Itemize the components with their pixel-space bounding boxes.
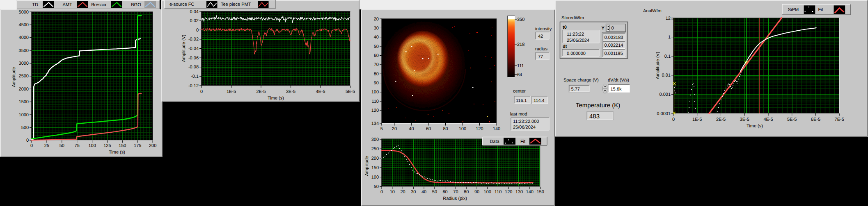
svg-text:77: 77 [538,54,543,59]
svg-text:Amplitude (V): Amplitude (V) [655,52,660,79]
svg-text:2500: 2500 [19,74,29,79]
svg-text:134: 134 [371,121,379,126]
svg-text:30: 30 [374,26,379,31]
svg-text:0: 0 [200,89,203,94]
svg-text:0: 0 [380,190,383,195]
svg-text:Space charge (V): Space charge (V) [563,78,599,83]
svg-text:Amplitude: Amplitude [11,67,16,87]
svg-text:3E-5: 3E-5 [286,89,295,94]
svg-text:0.0001: 0.0001 [657,111,671,116]
svg-text:BGO: BGO [131,2,141,7]
svg-text:100: 100 [484,190,491,195]
svg-text:250: 250 [371,147,379,152]
svg-text:0.02: 0.02 [190,18,199,23]
svg-text:-0.06: -0.06 [188,56,199,61]
svg-text:90: 90 [474,190,479,195]
svg-text:2000: 2000 [19,87,29,92]
svg-text:Data: Data [490,139,499,144]
svg-text:25/06/2024: 25/06/2024 [567,38,589,43]
svg-text:5E-5: 5E-5 [787,117,797,122]
svg-text:300: 300 [371,137,379,142]
svg-text:50: 50 [60,143,64,148]
svg-text:125: 125 [103,143,111,148]
svg-text:5.77: 5.77 [571,87,580,92]
svg-text:60: 60 [442,190,447,195]
svg-text:3E-5: 3E-5 [740,117,749,122]
svg-text:4500: 4500 [19,23,29,27]
svg-text:150: 150 [536,190,544,195]
svg-text:SiPM: SiPM [788,7,799,12]
svg-text:Y: Y [602,26,605,31]
svg-text:5: 5 [380,127,383,131]
svg-text:100: 100 [88,143,96,148]
svg-text:Time (s): Time (s) [109,150,125,155]
svg-text:5E-5: 5E-5 [346,89,355,94]
svg-text:111: 111 [517,63,524,68]
svg-text:20: 20 [400,190,405,195]
svg-text:TD: TD [32,2,38,7]
svg-text:Radius (pix): Radius (pix) [443,196,467,201]
svg-text:64: 64 [517,72,522,77]
svg-text:2E-5: 2E-5 [716,117,726,122]
svg-text:0.000000: 0.000000 [567,51,586,56]
svg-text:110: 110 [495,190,502,195]
svg-text:3500: 3500 [19,48,29,53]
svg-text:0.1: 0.1 [664,54,671,59]
svg-text:1500: 1500 [19,100,29,104]
svg-text:7E-5: 7E-5 [835,117,844,122]
svg-text:Fit: Fit [818,7,823,12]
svg-text:0: 0 [196,28,199,33]
svg-text:1000: 1000 [19,113,29,118]
svg-text:100: 100 [371,175,379,180]
svg-text:70: 70 [374,62,379,67]
svg-text:-0.02: -0.02 [188,37,199,42]
svg-text:140: 140 [526,190,534,195]
svg-text:0.003183: 0.003183 [605,35,623,40]
svg-text:40: 40 [374,35,379,40]
svg-text:500: 500 [21,125,29,130]
svg-text:dt: dt [563,44,567,49]
svg-text:6E-5: 6E-5 [811,117,820,122]
svg-text:50: 50 [374,184,379,189]
svg-text:0: 0 [672,117,675,122]
svg-text:150: 150 [371,165,379,170]
svg-text:1E-5: 1E-5 [227,89,236,94]
svg-text:150: 150 [119,143,126,148]
svg-text:Temperature (K): Temperature (K) [576,102,620,109]
svg-text:10: 10 [390,190,395,195]
svg-text:Amplitude: Amplitude [364,156,369,176]
svg-text:12: 12 [666,16,671,21]
svg-text:0.01: 0.01 [662,73,671,78]
svg-text:114.4: 114.4 [534,98,545,103]
svg-text:218: 218 [517,42,524,47]
svg-text:11:23:22: 11:23:22 [567,32,584,37]
svg-text:175: 175 [134,143,141,148]
svg-text:90: 90 [374,81,379,86]
svg-text:80: 80 [443,127,448,131]
svg-text:Fit: Fit [520,139,525,144]
svg-text:120: 120 [476,127,483,131]
svg-text:42: 42 [538,34,543,39]
svg-text:15.6k: 15.6k [611,87,622,92]
svg-text:25: 25 [44,143,49,148]
svg-text:0.001: 0.001 [659,92,671,97]
svg-text:center: center [513,89,526,94]
svg-text:0: 0 [30,143,33,148]
svg-text:120: 120 [371,108,379,113]
svg-text:-0.04: -0.04 [188,46,199,51]
svg-text:intensity: intensity [535,27,552,32]
svg-text:2E-5: 2E-5 [256,89,266,94]
svg-text:AMT: AMT [62,2,72,7]
svg-text:130: 130 [515,190,523,195]
svg-text:0.04: 0.04 [190,9,199,14]
svg-text:200: 200 [371,156,379,161]
svg-text:40: 40 [409,127,414,131]
svg-text:80: 80 [374,72,379,77]
svg-text:110: 110 [371,99,379,104]
svg-text:0.001195: 0.001195 [605,51,623,56]
svg-text:30: 30 [411,190,416,195]
svg-text:StoredWfm: StoredWfm [561,16,584,20]
svg-text:radius: radius [535,47,547,52]
svg-text:t0: t0 [563,25,567,30]
svg-text:4E-5: 4E-5 [316,89,325,94]
